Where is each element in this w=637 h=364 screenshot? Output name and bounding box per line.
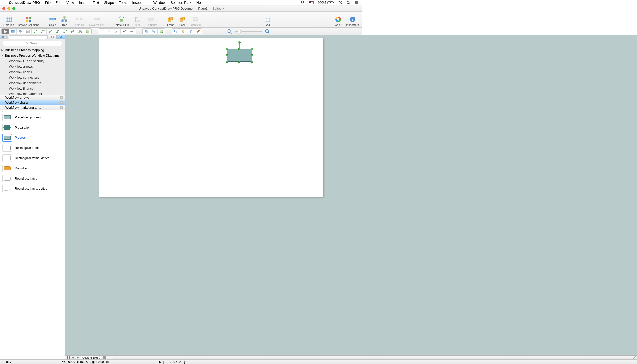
front-button[interactable]: Front (165, 16, 175, 27)
reverse-link-button[interactable]: Reverse link (88, 16, 106, 27)
connector-direct-tool[interactable] (32, 28, 39, 34)
group-tool[interactable] (143, 28, 150, 34)
libraries-button[interactable]: Libraries (3, 16, 15, 27)
tree-item[interactable]: Workflow IT and security (0, 58, 65, 64)
menu-tools[interactable]: Tools (116, 1, 130, 5)
back-button[interactable]: Back (177, 16, 187, 27)
shape-item[interactable]: Roundrect (0, 163, 65, 173)
menu-solution-park[interactable]: Solution Park (168, 1, 194, 5)
zoom-slider-knob[interactable] (237, 30, 241, 33)
select-tool[interactable] (2, 28, 9, 34)
connector-tree-tool[interactable] (76, 28, 84, 34)
canvas-area[interactable]: ❚❚ ◀ ▶ Custom 60%▴▾ (65, 35, 362, 207)
format-painter-tool[interactable] (187, 28, 194, 34)
menu-file[interactable]: File (42, 1, 53, 5)
shape-item[interactable]: Roundrect frame (0, 173, 65, 184)
close-icon[interactable]: ✕ (60, 96, 64, 100)
inspectors-button[interactable]: iInspectors (345, 16, 360, 27)
shape-item[interactable]: Predefined process (0, 112, 65, 122)
zoom-out-button[interactable] (227, 28, 232, 34)
tree-item[interactable]: Workflow departments (0, 80, 65, 86)
menu-shape[interactable]: Shape (102, 1, 116, 5)
pan-tool[interactable] (179, 28, 187, 34)
shape-item[interactable]: Rectangular frame (0, 143, 65, 153)
tree-item[interactable]: Workflow arrows (0, 64, 65, 69)
rotation-handle[interactable] (238, 41, 241, 44)
resize-handle[interactable] (238, 48, 240, 50)
menu-view[interactable]: View (64, 1, 76, 5)
open-lib-tab[interactable]: Workflow marketing an...✕ (0, 105, 65, 110)
shape-item[interactable]: Preparation (0, 122, 65, 132)
close-icon[interactable]: ✕ (60, 101, 64, 104)
menu-insert[interactable]: Insert (76, 1, 90, 5)
resize-handle[interactable] (226, 54, 228, 56)
library-search-input[interactable]: Search (3, 41, 62, 46)
resize-handle[interactable] (226, 61, 228, 63)
open-lib-tab[interactable]: Workflow charts✕ (0, 100, 65, 105)
distribute-button[interactable]: Distribute (145, 16, 158, 27)
delete-link-button[interactable]: Delete link (71, 16, 86, 27)
resize-handle[interactable] (251, 54, 253, 56)
wifi-icon[interactable] (298, 0, 306, 5)
eyedropper-tool[interactable] (194, 28, 202, 34)
color-button[interactable]: Color (333, 16, 343, 27)
polyline-tool[interactable] (121, 28, 128, 34)
menu-window[interactable]: Window (151, 1, 168, 5)
battery-status[interactable]: 100% (315, 1, 337, 5)
library-panel-toggle[interactable] (0, 35, 9, 39)
open-lib-tab[interactable]: Workflow arrows✕ (0, 95, 65, 100)
chevron-down-icon[interactable]: ▾ (223, 8, 224, 10)
connector-arc-tool[interactable] (39, 28, 47, 34)
tree-button[interactable]: Tree (60, 16, 69, 27)
resize-handle[interactable] (251, 61, 253, 63)
menu-inspectors[interactable]: Inspectors (130, 1, 151, 5)
zoom-in-button[interactable] (265, 28, 270, 34)
rect-tool[interactable] (9, 28, 17, 34)
selected-shape-process[interactable] (227, 49, 252, 62)
anchor-tool[interactable] (128, 28, 136, 34)
notification-center-icon[interactable] (352, 1, 360, 5)
close-icon[interactable]: ✕ (60, 106, 64, 110)
tree-group-mapping[interactable]: ▶Business Process Mapping (0, 47, 65, 53)
shape-item[interactable]: Roundrect frame, dotted (0, 184, 65, 194)
browse-solutions-button[interactable]: Browse Solutions (17, 16, 40, 27)
connector-round-tool[interactable] (62, 28, 69, 34)
text-tool[interactable] (24, 28, 32, 34)
ungroup-tool[interactable] (150, 28, 158, 34)
shape-item[interactable]: Process (0, 132, 65, 143)
tree-item[interactable]: Workflow management (0, 91, 65, 95)
connector-bezier-tool[interactable] (47, 28, 54, 34)
tree-group-workflow[interactable]: ▼Business Process Workflow Diagrams (0, 53, 65, 58)
tree-item[interactable]: Workflow charts (0, 69, 65, 74)
ellipse-tool[interactable] (17, 28, 24, 34)
zoom-slider[interactable] (235, 31, 262, 32)
tree-item[interactable]: Workflow connectors (0, 74, 65, 80)
align-button[interactable]: Align (133, 16, 143, 27)
library-search-button[interactable] (57, 35, 65, 39)
spline-tool[interactable] (113, 28, 121, 34)
arc-tool[interactable] (106, 28, 113, 34)
spotlight-icon[interactable] (344, 1, 352, 5)
connector-step-tool[interactable] (69, 28, 76, 34)
zoom-tool[interactable] (172, 28, 179, 34)
tree-item[interactable]: Workflow finance (0, 86, 65, 91)
app-menu[interactable]: ConceptDraw PRO (7, 1, 42, 5)
shape-item[interactable]: Rectangular frame, dotted (0, 153, 65, 163)
resize-handle[interactable] (238, 61, 240, 63)
connector-smart-tool[interactable] (54, 28, 62, 34)
do-not-disturb-icon[interactable] (337, 1, 344, 5)
grid-button[interactable]: Grid (262, 16, 272, 27)
page[interactable] (99, 38, 324, 197)
library-name-field[interactable] (9, 35, 48, 39)
menu-help[interactable]: Help (194, 1, 206, 5)
resize-handle[interactable] (226, 48, 228, 50)
identical-button[interactable]: Identical (189, 16, 202, 27)
lock-tool[interactable] (158, 28, 165, 34)
input-source-flag[interactable] (306, 1, 315, 4)
view-grid-button[interactable] (48, 35, 57, 39)
chain-button[interactable]: Chain (48, 16, 58, 27)
clone-tool[interactable] (84, 28, 91, 34)
menu-edit[interactable]: Edit (53, 1, 64, 5)
menu-text[interactable]: Text (90, 1, 102, 5)
rotate-flip-button[interactable]: Rotate & Flip (113, 16, 131, 27)
